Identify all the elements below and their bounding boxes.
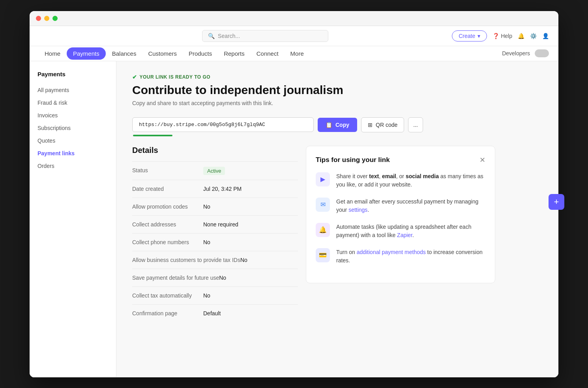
gear-icon: ⚙️: [530, 33, 537, 39]
app-window: 🔍 Search... Create ▾ ❓ Help 🔔 ⚙️ 👤: [30, 11, 558, 377]
nav-item-customers[interactable]: Customers: [142, 46, 182, 61]
top-actions: Create ▾ ❓ Help 🔔 ⚙️ 👤: [452, 30, 549, 41]
bell-icon: 🔔: [518, 33, 524, 39]
check-icon: ✔: [132, 74, 137, 80]
nav-item-payments[interactable]: Payments: [67, 47, 106, 60]
minimize-window-btn[interactable]: [44, 16, 49, 21]
tip-item-1: ✉Get an email after every successful pay…: [316, 198, 485, 214]
chevron-down-icon: ▾: [478, 33, 480, 39]
details-row-value: No: [219, 275, 226, 281]
qr-code-button[interactable]: ⊞ QR code: [361, 117, 404, 132]
maximize-window-btn[interactable]: [52, 16, 58, 21]
tip-icon-1: ✉: [316, 198, 330, 212]
more-options-button[interactable]: ...: [408, 117, 423, 132]
details-row: Confirmation pageDefault: [132, 304, 298, 322]
page-subtitle: Copy and share to start accepting paymen…: [132, 100, 543, 106]
notifications-button[interactable]: 🔔: [518, 33, 524, 39]
copy-progress-bar: [133, 135, 172, 136]
qr-label: QR code: [376, 122, 397, 128]
copy-icon: 📋: [326, 122, 332, 128]
tip-text-3: Turn on additional payment methods to in…: [336, 248, 485, 265]
details-row-label: Status: [132, 167, 203, 173]
details-tips-row: Details StatusActiveDate createdJul 20, …: [132, 146, 543, 322]
details-row-value: No: [203, 203, 210, 210]
tips-items: ▶Share it over text, email, or social me…: [316, 172, 485, 265]
nav-item-products[interactable]: Products: [183, 46, 217, 61]
create-button[interactable]: Create ▾: [452, 30, 487, 41]
sidebar-items: All paymentsFraud & riskInvoicesSubscrip…: [30, 84, 116, 172]
sidebar-item-fraud-risk[interactable]: Fraud & risk: [30, 96, 116, 109]
account-button[interactable]: 👤: [542, 33, 549, 39]
sidebar-title: Payments: [30, 71, 116, 84]
nav-bar: HomePaymentsBalancesCustomersProductsRep…: [30, 46, 558, 61]
status-badge: Active: [203, 167, 225, 175]
title-bar: [30, 11, 558, 26]
tip-item-3: 💳Turn on additional payment methods to i…: [316, 248, 485, 265]
sidebar-item-subscriptions[interactable]: Subscriptions: [30, 122, 116, 134]
qr-icon: ⊞: [368, 122, 373, 128]
create-label: Create: [459, 33, 475, 39]
help-label: Help: [501, 33, 512, 39]
help-button[interactable]: ❓ Help: [492, 33, 512, 39]
nav-item-home[interactable]: Home: [39, 46, 66, 61]
ready-badge: ✔ YOUR LINK IS READY TO GO: [132, 74, 543, 80]
developers-toggle[interactable]: [535, 49, 549, 57]
nav-right: Developers: [502, 49, 549, 57]
nav-item-more[interactable]: More: [285, 46, 309, 61]
tip-icon-0: ▶: [316, 172, 330, 186]
nav-items: HomePaymentsBalancesCustomersProductsRep…: [39, 46, 309, 61]
tips-panel: Tips for using your link ✕ ▶Share it ove…: [306, 146, 495, 283]
nav-item-balances[interactable]: Balances: [107, 46, 142, 61]
details-row-value: Active: [203, 167, 225, 174]
details-row-value: No: [203, 292, 210, 299]
sidebar-item-invoices[interactable]: Invoices: [30, 109, 116, 122]
tip-item-2: 🔔Automate tasks (like updating a spreads…: [316, 223, 485, 239]
sidebar-item-orders[interactable]: Orders: [30, 160, 116, 172]
details-row: Collect phone numbersNo: [132, 233, 298, 251]
details-row-label: Confirmation page: [132, 310, 203, 316]
link-row: https://buy.stripe.com/00g5o5g8j6L7glq9A…: [132, 117, 543, 132]
nav-item-reports[interactable]: Reports: [218, 46, 250, 61]
search-bar[interactable]: 🔍 Search...: [202, 30, 328, 42]
page-title: Contribute to independent journalism: [132, 83, 543, 97]
nav-item-connect[interactable]: Connect: [251, 46, 284, 61]
details-row: StatusActive: [132, 161, 298, 180]
details-row-label: Save payment details for future use: [132, 275, 219, 281]
tip-text-1: Get an email after every successful paym…: [336, 198, 485, 214]
tip-icon-2: 🔔: [316, 223, 330, 237]
tips-header: Tips for using your link ✕: [316, 156, 485, 164]
content-area: ✔ YOUR LINK IS READY TO GO Contribute to…: [116, 61, 558, 377]
details-row-label: Allow business customers to provide tax …: [132, 257, 240, 263]
main-layout: Payments All paymentsFraud & riskInvoice…: [30, 61, 558, 377]
details-row: Collect addressesNone required: [132, 215, 298, 233]
details-row-label: Collect phone numbers: [132, 239, 203, 245]
top-bar: 🔍 Search... Create ▾ ❓ Help 🔔 ⚙️ 👤: [30, 26, 558, 46]
help-icon: ❓: [492, 33, 499, 39]
search-placeholder: Search...: [218, 33, 240, 39]
copy-label: Copy: [335, 122, 349, 128]
details-title: Details: [132, 146, 298, 155]
details-row-value: Default: [203, 310, 221, 316]
details-row-label: Collect tax automatically: [132, 292, 203, 299]
tips-close-button[interactable]: ✕: [479, 156, 485, 164]
details-row-value: No: [240, 257, 247, 263]
details-row: Collect tax automaticallyNo: [132, 286, 298, 304]
copy-button[interactable]: 📋 Copy: [318, 118, 357, 132]
details-table: StatusActiveDate createdJul 20, 3:42 PMA…: [132, 161, 298, 322]
close-window-btn[interactable]: [36, 16, 41, 21]
details-section: Details StatusActiveDate createdJul 20, …: [132, 146, 298, 322]
settings-button[interactable]: ⚙️: [530, 33, 537, 39]
plus-icon: +: [554, 197, 559, 207]
sidebar: Payments All paymentsFraud & riskInvoice…: [30, 61, 116, 377]
user-icon: 👤: [542, 33, 549, 39]
ready-text: YOUR LINK IS READY TO GO: [140, 74, 211, 80]
sidebar-item-payment-links[interactable]: Payment links: [30, 147, 116, 160]
sidebar-item-all-payments[interactable]: All payments: [30, 84, 116, 96]
tip-item-0: ▶Share it over text, email, or social me…: [316, 172, 485, 189]
fab-button[interactable]: +: [549, 194, 564, 210]
details-row-value: None required: [203, 221, 238, 228]
details-row: Date createdJul 20, 3:42 PM: [132, 180, 298, 198]
sidebar-item-quotes[interactable]: Quotes: [30, 134, 116, 147]
developers-label: Developers: [502, 50, 530, 57]
details-row-value: No: [203, 239, 210, 245]
